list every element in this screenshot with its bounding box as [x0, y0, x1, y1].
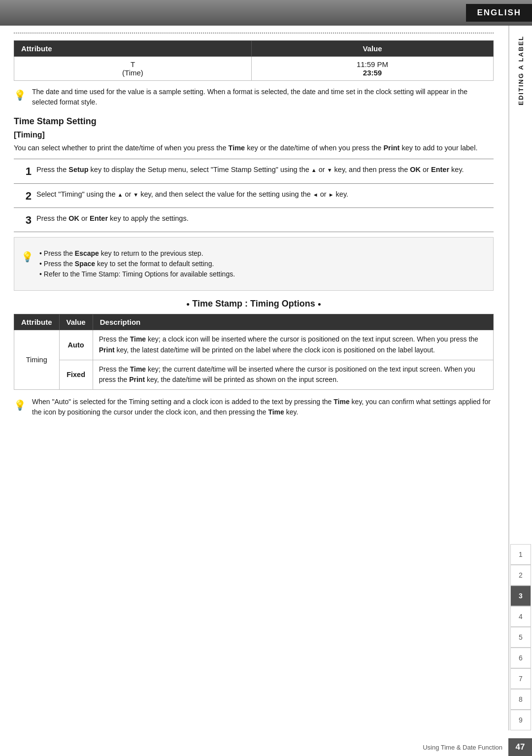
tip-1: Press the Escape key to return to the pr…	[39, 248, 235, 259]
print-key-ref: Print	[383, 144, 399, 152]
step-row-2: 2 Select "Timing" using the or key, and …	[14, 184, 494, 208]
attr-t: T	[131, 60, 135, 69]
value-24hr: 23:59	[363, 69, 382, 77]
enter-key-ref-2: Enter	[90, 214, 108, 222]
step-content-2: Select "Timing" using the or key, and th…	[36, 189, 494, 200]
chapter-8[interactable]: 8	[510, 689, 531, 710]
tips-list: Press the Escape key to return to the pr…	[39, 248, 235, 279]
value-12hr: 11:59 PM	[357, 60, 388, 69]
note-block-1: 💡 The date and time used for the value i…	[14, 87, 494, 107]
timing-subheading: [Timing]	[14, 131, 494, 139]
top-header: ENGLISH	[0, 0, 532, 26]
sidebar-editing-label: EDITING A LABEL	[517, 35, 525, 105]
chapter-9[interactable]: 9	[510, 710, 531, 730]
step-number-1: 1	[14, 164, 32, 178]
timing-options-title: Time Stamp : Timing Options	[192, 299, 315, 309]
ok-key-ref-2: OK	[68, 214, 79, 222]
timing-fixed-val: Fixed	[59, 360, 93, 389]
page-number-badge: 47	[508, 738, 532, 756]
page-footer-text: Using Time & Date Function	[423, 744, 502, 751]
note-block-2: 💡 When "Auto" is selected for the Timing…	[14, 397, 494, 417]
tip-2: Press the Space key to set the format to…	[39, 259, 235, 269]
timing-options-heading: ● Time Stamp : Timing Options ●	[14, 299, 494, 309]
time-key-auto: Time	[130, 335, 146, 343]
chapter-6[interactable]: 6	[510, 648, 531, 668]
chapter-7[interactable]: 7	[510, 668, 531, 689]
setup-key-ref: Setup	[68, 166, 88, 173]
tip-3: Refer to the Time Stamp: Timing Options …	[39, 269, 235, 279]
col-attribute: Attribute	[14, 41, 252, 57]
print-key-fixed: Print	[129, 376, 145, 383]
attribute-value-table: Attribute Value T (Time) 11:59 PM 23:59	[14, 40, 494, 81]
time-key-fixed: Time	[130, 365, 146, 373]
col-value: Value	[251, 41, 493, 57]
step-row-3: 3 Press the OK or Enter key to apply the…	[14, 208, 494, 232]
timing-row-auto: Timing Auto Press the Time key; a clock …	[14, 330, 494, 360]
step-row-1: 1 Press the Setup key to display the Set…	[14, 159, 494, 183]
timing-col-description: Description	[93, 314, 493, 330]
space-key-ref: Space	[75, 260, 95, 268]
attr-time-cell: T (Time)	[14, 57, 252, 81]
table-row-time: T (Time) 11:59 PM 23:59	[14, 57, 494, 81]
arrow-left-icon	[313, 190, 318, 198]
timing-attr-cell: Timing	[14, 330, 60, 390]
steps-container: 1 Press the Setup key to display the Set…	[14, 159, 494, 232]
note-icon-2: 💡	[14, 398, 26, 412]
timing-col-value: Value	[59, 314, 93, 330]
timing-auto-desc: Press the Time key; a clock icon will be…	[93, 330, 493, 360]
chapter-5[interactable]: 5	[510, 627, 531, 648]
arrow-down-icon	[327, 166, 332, 173]
enter-key-ref-1: Enter	[431, 166, 449, 173]
note-text-2: When "Auto" is selected for the Timing s…	[32, 397, 494, 417]
timing-body-text: You can select whether to print the date…	[14, 142, 494, 154]
step-number-2: 2	[14, 189, 32, 203]
time-key-note2: Time	[333, 398, 349, 406]
note-icon-1: 💡	[14, 88, 26, 103]
main-content: Attribute Value T (Time) 11:59 PM 23:59 …	[0, 33, 507, 433]
time-key-ref: Time	[229, 144, 245, 152]
timing-options-table: Attribute Value Description Timing Auto …	[14, 314, 494, 390]
step-content-3: Press the OK or Enter key to apply the s…	[36, 213, 494, 224]
tips-note-icon-row: 💡 Press the Escape key to return to the …	[21, 248, 486, 279]
timing-fixed-desc: Press the Time key; the current date/tim…	[93, 360, 493, 389]
arrow-right-icon	[329, 190, 334, 198]
timing-row-fixed: Fixed Press the Time key; the current da…	[14, 360, 494, 389]
tips-note-icon: 💡	[21, 249, 33, 264]
chapter-3[interactable]: 3	[510, 585, 531, 606]
tips-block: 💡 Press the Escape key to return to the …	[14, 237, 494, 291]
time-stamp-setting-heading: Time Stamp Setting	[14, 116, 494, 127]
dotted-separator-top	[14, 33, 494, 34]
bullet-right: ●	[318, 301, 321, 308]
time-key-note2b: Time	[268, 408, 284, 416]
print-key-auto: Print	[99, 346, 115, 354]
timing-auto-val: Auto	[59, 330, 93, 360]
right-sidebar: EDITING A LABEL 1 2 3 4 5 6 7 8 9	[508, 26, 532, 730]
arrow-up-icon-2	[118, 190, 123, 198]
note-text-1: The date and time used for the value is …	[32, 87, 494, 107]
attr-time-label: (Time)	[122, 69, 143, 77]
bullet-left: ●	[186, 301, 190, 308]
ok-key-ref-1: OK	[410, 166, 421, 173]
step-number-3: 3	[14, 213, 32, 227]
chapter-numbers: 1 2 3 4 5 6 7 8 9	[510, 544, 531, 730]
chapter-2[interactable]: 2	[510, 565, 531, 585]
chapter-4[interactable]: 4	[510, 606, 531, 627]
arrow-up-icon	[311, 166, 317, 173]
value-time-cell: 11:59 PM 23:59	[251, 57, 493, 81]
language-badge: ENGLISH	[466, 4, 532, 22]
step-content-1: Press the Setup key to display the Setup…	[36, 164, 494, 175]
escape-key-ref: Escape	[75, 249, 99, 257]
timing-col-attribute: Attribute	[14, 314, 60, 330]
chapter-1[interactable]: 1	[510, 544, 531, 565]
arrow-down-icon-2	[133, 190, 138, 198]
